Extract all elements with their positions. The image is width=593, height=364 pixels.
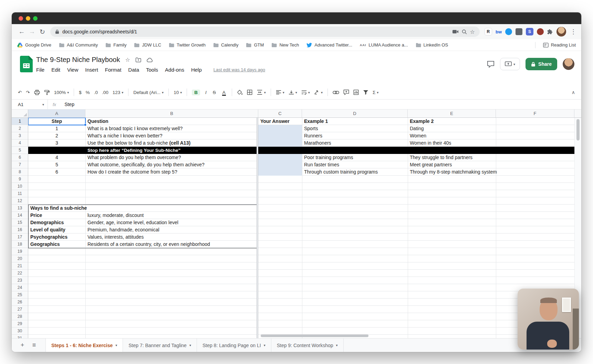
frozen-pane-divider[interactable]	[257, 118, 258, 338]
row-number-17[interactable]: 17	[12, 233, 28, 241]
reload-button[interactable]: ↻	[37, 27, 48, 37]
menu-addons[interactable]: Add-ons	[165, 67, 184, 73]
grid-body[interactable]: 1234567891011121314151617181920212223242…	[12, 118, 581, 338]
row-number-12[interactable]: 12	[12, 197, 28, 205]
increase-decimal-button[interactable]: .00	[102, 90, 108, 95]
close-button[interactable]	[19, 16, 23, 21]
cell-E2[interactable]: Dating	[408, 125, 497, 132]
column-header-D[interactable]: D	[302, 110, 408, 117]
cell-A15[interactable]: Demographics	[28, 219, 85, 226]
search-icon[interactable]	[462, 29, 467, 34]
horizontal-align-button[interactable]: ▾	[276, 90, 284, 95]
row-number-21[interactable]: 21	[12, 262, 28, 270]
cell-D8[interactable]: Through custom training programs	[302, 168, 408, 176]
bookmark-calendly[interactable]: Calendly	[213, 42, 239, 48]
cell-D1[interactable]: Example 1	[302, 118, 408, 125]
sheet-tab-step-8[interactable]: Step 8: Landing Page on LI ▾	[197, 339, 271, 352]
your-answer-cells-bottom[interactable]	[258, 154, 302, 176]
row-number-18[interactable]: 18	[12, 241, 28, 248]
undo-button[interactable]: ↶	[18, 90, 22, 95]
print-button[interactable]	[34, 90, 40, 95]
row-number-29[interactable]: 29	[12, 320, 28, 327]
all-sheets-button[interactable]: ≡	[28, 342, 40, 349]
menu-format[interactable]: Format	[105, 67, 122, 73]
bookmark-google-drive[interactable]: Google Drive	[17, 42, 51, 48]
comment-history-icon[interactable]	[487, 61, 495, 68]
cell-E8[interactable]: Through my 8-step matchmaking system	[408, 168, 497, 176]
minimize-button[interactable]	[26, 16, 30, 21]
bookmark-gtm[interactable]: GTM	[246, 42, 264, 48]
star-icon[interactable]: ☆	[125, 56, 130, 63]
row-number-20[interactable]: 20	[12, 255, 28, 262]
bookmark-luma-audience[interactable]: AAI LUMA Audience a...	[360, 42, 408, 48]
cell-B15[interactable]: Gender, age, income level, education lev…	[85, 219, 258, 226]
cell-B18[interactable]: Residents of a certain country, city, or…	[85, 241, 258, 248]
horizontal-scrollbar[interactable]	[261, 334, 368, 337]
extension-r-icon[interactable]: R	[485, 28, 492, 35]
reading-list-button[interactable]: Reading List	[543, 42, 576, 48]
italic-button[interactable]: I	[204, 90, 208, 95]
cell-B2[interactable]: What is a broad topic I know extremely w…	[85, 125, 258, 132]
bookmark-twitter-growth[interactable]: Twitter Growth	[169, 42, 206, 48]
cell-B1[interactable]: Question	[85, 118, 258, 125]
row-number-27[interactable]: 27	[12, 306, 28, 313]
cell-A16[interactable]: Level of quality	[28, 226, 85, 233]
stop-banner-row[interactable]: Stop here after “Defining Your Sub-Niche…	[28, 147, 574, 154]
menu-tools[interactable]: Tools	[146, 67, 158, 73]
bookmark-family[interactable]: Family	[105, 42, 126, 48]
cell-D6[interactable]: Poor training programs	[302, 154, 408, 161]
bookmark-ai-community[interactable]: A&I Community	[59, 42, 98, 48]
select-all-corner[interactable]	[12, 110, 28, 117]
bookmark-jdw-llc[interactable]: JDW LLC	[134, 42, 161, 48]
cell-D4[interactable]: Marathoners	[302, 139, 408, 147]
cell-A3[interactable]: 2	[28, 132, 85, 139]
bookmark-new-tech[interactable]: New Tech	[271, 42, 299, 48]
insert-chart-button[interactable]	[353, 90, 359, 95]
move-folder-icon[interactable]	[135, 58, 141, 62]
extension-s-icon[interactable]: S	[526, 28, 533, 35]
cell-B16[interactable]: Premium, handmade, economical	[85, 226, 258, 233]
add-sheet-button[interactable]: +	[17, 342, 28, 349]
cell-A2[interactable]: 1	[28, 125, 85, 132]
fill-color-button[interactable]	[237, 90, 243, 95]
collapse-toolbar-button[interactable]: ∧	[572, 90, 575, 95]
extension-gray-icon[interactable]	[516, 28, 522, 35]
extension-bw-icon[interactable]: bw	[496, 29, 502, 34]
document-title[interactable]: The 9-Step Niche Playbook	[36, 56, 120, 64]
vertical-align-button[interactable]: ▾	[289, 90, 297, 95]
cell-B4[interactable]: Use the box below to find a sub-niche (c…	[85, 139, 258, 147]
sheet-tab-step-7[interactable]: Step 7: Banner and Tagline ▾	[123, 339, 197, 352]
account-avatar[interactable]	[563, 58, 574, 70]
filter-button[interactable]	[363, 90, 368, 95]
your-answer-cells-top[interactable]	[258, 125, 302, 147]
extension-maroon-icon[interactable]	[537, 28, 544, 35]
row-number-1[interactable]: 1	[12, 118, 28, 125]
row-number-16[interactable]: 16	[12, 226, 28, 233]
row-number-19[interactable]: 19	[12, 248, 28, 255]
zoom-control[interactable]: 100%▾	[54, 90, 69, 95]
row-number-11[interactable]: 11	[12, 190, 28, 197]
name-box[interactable]: A1 ▾	[12, 102, 48, 107]
cell-E4[interactable]: Women in their 40s	[408, 139, 497, 147]
cell-A4[interactable]: 3	[28, 139, 85, 147]
address-bar[interactable]: docs.google.com/spreadsheets/d/1 ☆	[50, 27, 480, 37]
currency-format-button[interactable]: $	[79, 90, 82, 95]
cell-D2[interactable]: Sports	[302, 125, 408, 132]
insert-link-button[interactable]	[333, 91, 339, 94]
last-edit-link[interactable]: Last edit was 14 days ago	[214, 67, 265, 72]
insert-comment-button[interactable]	[343, 90, 349, 95]
number-format-button[interactable]: 123▾	[113, 90, 124, 95]
row-number-25[interactable]: 25	[12, 291, 28, 299]
row-number-6[interactable]: 6	[12, 154, 28, 161]
menu-file[interactable]: File	[36, 67, 44, 73]
chrome-profile-avatar[interactable]	[556, 27, 566, 37]
cell-E1[interactable]: Example 2	[408, 118, 497, 125]
forward-button[interactable]: →	[27, 27, 37, 37]
cell-B17[interactable]: Values, interests, attitudes	[85, 233, 258, 241]
row-number-28[interactable]: 28	[12, 313, 28, 320]
column-header-B[interactable]: B	[85, 110, 258, 117]
cell-A6[interactable]: 4	[28, 154, 85, 161]
row-number-9[interactable]: 9	[12, 176, 28, 183]
row-number-7[interactable]: 7	[12, 161, 28, 168]
row-number-24[interactable]: 24	[12, 284, 28, 291]
